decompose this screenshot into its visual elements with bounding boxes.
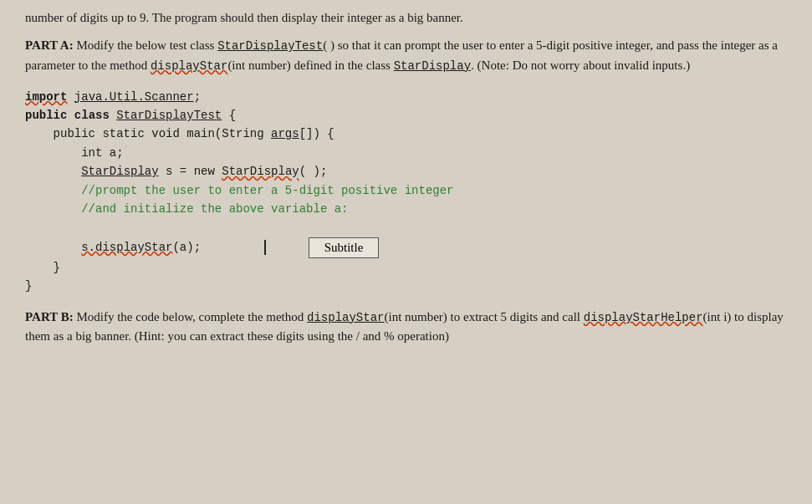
part-b-section: PART B: Modify the code below, complete … (25, 308, 787, 347)
part-a-paragraph: PART A: Modify the below test class Star… (25, 36, 787, 75)
s-display-star: s.displayStar (81, 238, 172, 257)
part-a-label: PART A: (25, 38, 74, 52)
public-keyword: public (25, 109, 67, 122)
star-display-test-class: StarDisplayTest (116, 109, 222, 122)
code-block: import java.Util.Scanner; public class S… (25, 88, 787, 296)
star-display-var: StarDisplay (81, 165, 158, 178)
code-line-11: } (25, 277, 787, 295)
subtitle-button[interactable]: Subtitle (309, 237, 380, 258)
top-line: number of digits up to 9. The program sh… (25, 8, 787, 28)
import-keyword: import (25, 90, 67, 104)
code-line-1: import java.Util.Scanner; (25, 88, 787, 106)
code-line-9: s.displayStar(a); Subtitle (25, 237, 787, 258)
star-display-new: StarDisplay (222, 165, 299, 178)
part-a-text1: Modify the below test class (74, 38, 217, 52)
star-display-inline: StarDisplay (394, 59, 471, 73)
code-line-10: } (25, 258, 787, 277)
code-line-6: //prompt the user to enter a 5-digit pos… (25, 181, 787, 200)
code-line-3: public static void main(String args[]) { (25, 125, 787, 143)
code-line-2: public class StarDisplayTest { (25, 106, 787, 125)
part-b-label: PART B: (25, 310, 74, 323)
display-star-inline: displayStar (151, 59, 227, 73)
display-star-helper-b: displayStarHelper (584, 311, 703, 324)
star-display-test-inline: StarDisplayTest (217, 39, 323, 53)
part-a-section: PART A: Modify the below test class Star… (25, 36, 787, 75)
java-util-scanner: java.Util.Scanner (74, 90, 194, 104)
display-star-b: displayStar (307, 311, 384, 324)
args-param: args (271, 127, 299, 140)
part-b-paragraph: PART B: Modify the code below, complete … (25, 308, 787, 347)
part-a-text3: (int number) defined in the class (227, 59, 393, 72)
code-line-7: //and initialize the above variable a: (25, 200, 787, 218)
top-line-text: number of digits up to 9. The program sh… (25, 11, 463, 24)
code-line-4: int a; (25, 144, 787, 162)
code-line-8 (25, 218, 787, 237)
class-keyword: class (74, 109, 110, 122)
part-a-text4: . (Note: Do not worry about invalid inpu… (471, 59, 690, 72)
part-b-text2: (int number) to extract 5 digits and cal… (384, 310, 583, 323)
part-b-text1: Modify the code below, complete the meth… (74, 310, 307, 323)
code-line-5: StarDisplay s = new StarDisplay( ); (25, 162, 787, 181)
text-cursor (264, 240, 266, 255)
